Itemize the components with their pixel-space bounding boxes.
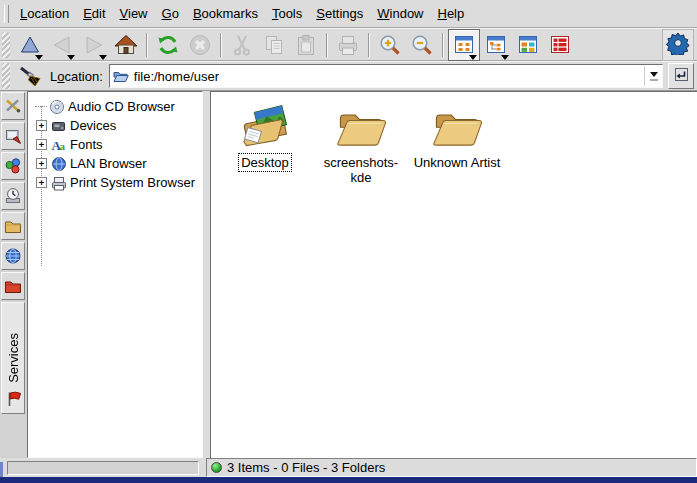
printer-icon xyxy=(51,175,67,191)
cut-button[interactable] xyxy=(226,29,258,61)
toolbar-separator xyxy=(220,33,222,57)
zoom-out-button[interactable] xyxy=(406,29,438,61)
go-button[interactable] xyxy=(668,63,694,89)
sidebar-tab-root-folder[interactable] xyxy=(1,272,25,300)
tree-item-audio-cd-browser[interactable]: Audio CD Browser xyxy=(28,97,202,116)
clear-broom-icon xyxy=(18,64,42,88)
tree-item-lan-browser[interactable]: +LAN Browser xyxy=(28,154,202,173)
file-icon-label: screenshots-kde xyxy=(313,154,409,186)
zoom-out-icon xyxy=(410,33,434,57)
file-icon-screenshots-kde[interactable]: screenshots-kde xyxy=(313,101,409,186)
stop-icon xyxy=(188,33,212,57)
sidebar-tab-bookmarks[interactable] xyxy=(1,122,25,150)
paste-icon xyxy=(294,33,318,57)
red-flag-icon xyxy=(4,390,22,408)
status-row: 3 Items - 0 Files - 3 Folders xyxy=(0,458,697,477)
folder-icon xyxy=(431,101,483,149)
menu-item-go[interactable]: Go xyxy=(157,1,184,26)
location-dropdown-arrow[interactable] xyxy=(644,66,662,86)
expander-plus-icon[interactable]: + xyxy=(36,158,47,169)
network-globe-icon xyxy=(4,247,22,265)
tree-item-label: LAN Browser xyxy=(70,156,147,171)
expander-plus-icon[interactable]: + xyxy=(36,177,47,188)
menu-item-bookmarks[interactable]: Bookmarks xyxy=(188,1,263,26)
file-icon-label: Desktop xyxy=(239,154,291,171)
clear-location-button[interactable] xyxy=(14,60,46,92)
menubar-grip[interactable] xyxy=(4,5,9,23)
menu-item-location[interactable]: Location xyxy=(15,1,74,26)
menu-item-edit[interactable]: Edit xyxy=(78,1,110,26)
sidebar-tab-history[interactable] xyxy=(1,182,25,210)
tree-item-label: Fonts xyxy=(70,137,103,152)
open-folder-icon xyxy=(113,69,129,83)
file-icon-desktop[interactable]: Desktop xyxy=(217,101,313,171)
file-icon-label: Unknown Artist xyxy=(412,154,503,171)
folder-icon xyxy=(335,101,387,149)
location-input[interactable]: file:/home/user xyxy=(134,69,644,84)
home-button[interactable] xyxy=(110,29,142,61)
stop-button[interactable] xyxy=(184,29,216,61)
zoom-in-button[interactable] xyxy=(374,29,406,61)
dropdown-arrow-icon[interactable] xyxy=(35,55,43,60)
print-icon xyxy=(336,33,360,57)
multicolumn-view-button[interactable] xyxy=(512,29,544,61)
back-button[interactable] xyxy=(46,29,78,61)
sidebar-tab-system[interactable] xyxy=(1,152,25,180)
sidebar-tab-services[interactable]: Services xyxy=(1,302,25,414)
menu-item-window[interactable]: Window xyxy=(372,1,428,26)
panel-splitter[interactable] xyxy=(203,91,210,458)
services-tree-panel: Audio CD Browser+Devices+AaFonts+LAN Bro… xyxy=(27,91,203,458)
tree-view-button[interactable] xyxy=(480,29,512,61)
toolbar-separator xyxy=(326,33,328,57)
detailed-list-view-button[interactable] xyxy=(544,29,576,61)
toolbar-separator xyxy=(146,33,148,57)
up-button[interactable] xyxy=(14,29,46,61)
menu-item-tools[interactable]: Tools xyxy=(267,1,307,26)
sidebar-tab-home-folder[interactable] xyxy=(1,212,25,240)
tree-item-label: Devices xyxy=(70,118,116,133)
expander-plus-icon[interactable]: + xyxy=(36,139,47,150)
up-arrow-icon xyxy=(18,33,42,57)
dropdown-arrow-icon[interactable] xyxy=(67,55,75,60)
location-combobox[interactable]: file:/home/user xyxy=(109,64,663,88)
expander-plus-icon[interactable]: + xyxy=(36,120,47,131)
tree-item-print-system-browser[interactable]: +Print System Browser xyxy=(28,173,202,192)
tree-view-icon xyxy=(484,33,508,57)
tree-item-fonts[interactable]: +AaFonts xyxy=(28,135,202,154)
folder-view[interactable]: Desktopscreenshots-kdeUnknown Artist xyxy=(210,91,697,458)
cdrom-icon xyxy=(49,99,65,115)
desktop-folder-icon xyxy=(239,101,291,149)
toolbar-separator xyxy=(442,33,444,57)
sidebar-tab-label: Services xyxy=(6,333,21,383)
sidebar-tab-configure[interactable] xyxy=(1,92,25,120)
kde-throbber-button[interactable] xyxy=(662,29,694,61)
colored-balls-icon xyxy=(4,157,22,175)
detailed-view-icon xyxy=(548,33,572,57)
icon-view-button[interactable] xyxy=(448,29,480,61)
sidebar-tab-network[interactable] xyxy=(1,242,25,270)
dropdown-arrow-icon[interactable] xyxy=(501,55,509,60)
forward-arrow-icon xyxy=(82,33,106,57)
dropdown-arrow-icon[interactable] xyxy=(469,55,477,60)
menu-item-settings[interactable]: Settings xyxy=(311,1,368,26)
dropdown-arrow-icon[interactable] xyxy=(99,55,107,60)
status-left-section xyxy=(0,458,206,477)
menu-item-view[interactable]: View xyxy=(115,1,153,26)
fonts-icon: Aa xyxy=(51,137,67,153)
paste-button[interactable] xyxy=(290,29,322,61)
location-toolbar-grip[interactable] xyxy=(2,63,10,89)
print-button[interactable] xyxy=(332,29,364,61)
zoom-in-icon xyxy=(378,33,402,57)
forward-button[interactable] xyxy=(78,29,110,61)
reload-button[interactable] xyxy=(152,29,184,61)
toolbar-grip[interactable] xyxy=(2,32,10,58)
location-toolbar: Location: file:/home/user xyxy=(0,61,697,91)
menu-item-help[interactable]: Help xyxy=(433,1,470,26)
icon-view-icon xyxy=(452,33,476,57)
file-icon-unknown-artist[interactable]: Unknown Artist xyxy=(409,101,505,171)
device-icon xyxy=(51,118,67,134)
home-icon xyxy=(114,33,138,57)
copy-button[interactable] xyxy=(258,29,290,61)
tree-item-devices[interactable]: +Devices xyxy=(28,116,202,135)
tree-item-label: Print System Browser xyxy=(70,175,195,190)
